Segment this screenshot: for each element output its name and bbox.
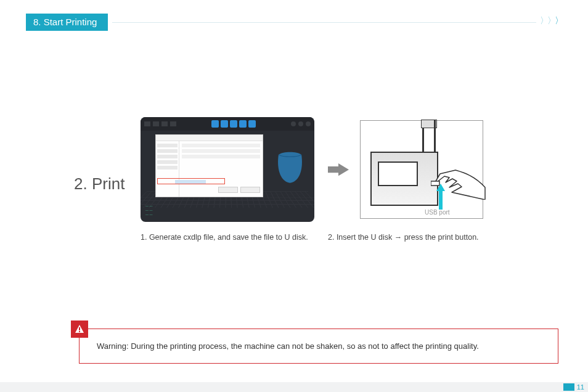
section-header-bar: 8. Start Printing 〉〉〉 bbox=[26, 14, 562, 31]
illustration-row: — —— —— — USB port bbox=[74, 117, 562, 222]
svg-rect-1 bbox=[79, 327, 80, 330]
svg-rect-2 bbox=[79, 331, 80, 332]
usb-port-arrow-icon bbox=[436, 184, 445, 210]
page-number-text: 11 bbox=[577, 383, 584, 391]
warning-text: Warning: During the printing process, th… bbox=[97, 341, 479, 351]
warning-callout: Warning: During the printing process, th… bbox=[79, 329, 558, 364]
header-rule bbox=[112, 22, 562, 23]
save-file-dialog bbox=[155, 134, 263, 197]
caption-step-2: 2. Insert the U disk → press the print b… bbox=[328, 233, 551, 242]
filename-highlight bbox=[157, 178, 225, 184]
slice-info-text: — —— —— — bbox=[145, 204, 152, 217]
printer-illustration: USB port bbox=[360, 120, 483, 219]
printer-z-axis bbox=[420, 120, 438, 152]
caption-step-1: 1. Generate cxdlp file, and save the fil… bbox=[141, 233, 328, 242]
printer-touchscreen bbox=[378, 161, 418, 186]
printer-body bbox=[370, 152, 438, 206]
app-toolbar bbox=[141, 117, 314, 131]
page-number: 11 bbox=[563, 383, 584, 391]
chevron-decoration-icon: 〉〉〉 bbox=[536, 15, 562, 27]
usb-port-label: USB port bbox=[425, 209, 450, 216]
slicer-software-screenshot: — —— —— — bbox=[141, 117, 314, 222]
page-footer: 11 bbox=[0, 382, 588, 392]
section-title-tab: 8. Start Printing bbox=[26, 14, 108, 31]
model-preview-icon bbox=[273, 148, 307, 185]
caption-row: 1. Generate cxdlp file, and save the fil… bbox=[141, 233, 551, 242]
section-title-text: 8. Start Printing bbox=[33, 17, 97, 27]
warning-icon bbox=[71, 321, 88, 338]
arrow-right-icon bbox=[328, 163, 349, 176]
